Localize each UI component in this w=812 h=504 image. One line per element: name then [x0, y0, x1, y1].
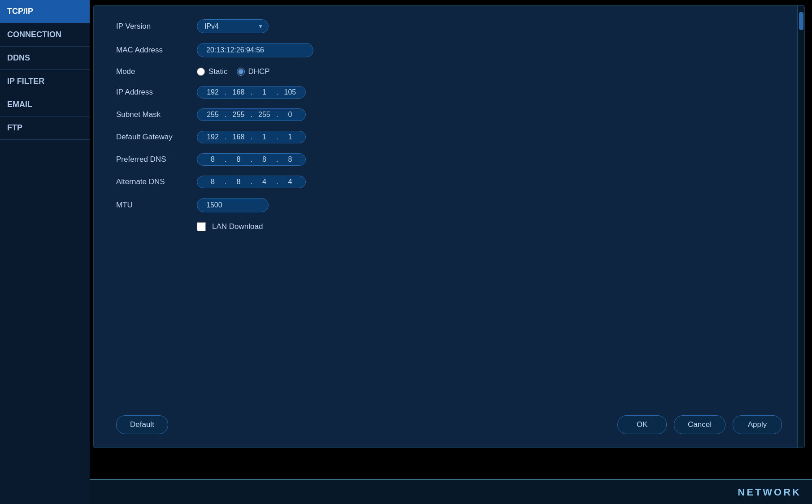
- subnet-mask-label: Subnet Mask: [116, 110, 197, 119]
- adns-dot-3: .: [276, 178, 278, 186]
- mode-dhcp-group[interactable]: DHCP: [237, 67, 270, 76]
- mtu-input[interactable]: [197, 198, 269, 212]
- alternate-dns-c[interactable]: [254, 178, 274, 186]
- sidebar: TCP/IP CONNECTION DDNS IP FILTER EMAIL F…: [0, 0, 90, 504]
- default-gateway-d[interactable]: [280, 133, 300, 141]
- default-gateway-c[interactable]: [254, 133, 274, 141]
- mac-address-row: MAC Address: [116, 43, 782, 57]
- scrollbar[interactable]: [797, 6, 804, 448]
- lan-download-row: LAN Download: [116, 222, 782, 231]
- ok-button[interactable]: OK: [617, 415, 667, 434]
- ip-version-row: IP Version IPv4 IPv6: [116, 19, 782, 33]
- mode-label: Mode: [116, 67, 197, 76]
- adns-dot-2: .: [250, 178, 252, 186]
- subnet-mask-d[interactable]: [280, 111, 300, 119]
- ip-address-a[interactable]: [203, 88, 223, 96]
- alternate-dns-field: . . .: [197, 176, 306, 188]
- ip-address-field: . . .: [197, 86, 306, 99]
- mode-dhcp-label: DHCP: [248, 67, 270, 76]
- ip-version-select-wrapper: IPv4 IPv6: [197, 19, 269, 33]
- alternate-dns-label: Alternate DNS: [116, 177, 197, 186]
- preferred-dns-label: Preferred DNS: [116, 155, 197, 164]
- action-buttons: OK Cancel Apply: [617, 415, 782, 434]
- mode-static-radio[interactable]: [197, 68, 205, 76]
- default-gateway-field: . . .: [197, 131, 306, 143]
- subnet-mask-b[interactable]: [228, 111, 248, 119]
- button-row: Default OK Cancel Apply: [94, 415, 804, 434]
- ip-address-label: IP Address: [116, 88, 197, 97]
- dialog-body: IP Version IPv4 IPv6 MAC Address Mode: [94, 6, 804, 448]
- ip-address-b[interactable]: [228, 88, 248, 96]
- gw-dot-1: .: [225, 133, 226, 141]
- default-button[interactable]: Default: [116, 415, 168, 434]
- ip-dot-2: .: [250, 88, 252, 96]
- lan-download-checkbox[interactable]: [197, 222, 206, 231]
- subnet-dot-2: .: [250, 111, 252, 119]
- status-bar: NETWORK: [90, 479, 812, 504]
- alternate-dns-row: Alternate DNS . . .: [116, 176, 782, 188]
- ip-address-d[interactable]: [280, 88, 300, 96]
- default-gateway-a[interactable]: [203, 133, 223, 141]
- gw-dot-2: .: [250, 133, 252, 141]
- alternate-dns-d[interactable]: [280, 178, 300, 186]
- alternate-dns-b[interactable]: [228, 178, 248, 186]
- adns-dot-1: .: [225, 178, 226, 186]
- ip-address-row: IP Address . . .: [116, 86, 782, 99]
- mac-address-input[interactable]: [197, 43, 313, 57]
- mode-static-group[interactable]: Static: [197, 67, 228, 76]
- preferred-dns-d[interactable]: [280, 155, 300, 164]
- gw-dot-3: .: [276, 133, 278, 141]
- pdns-dot-1: .: [225, 155, 226, 164]
- mac-address-label: MAC Address: [116, 46, 197, 55]
- preferred-dns-field: . . .: [197, 153, 306, 166]
- subnet-mask-c[interactable]: [254, 111, 274, 119]
- ip-version-select[interactable]: IPv4 IPv6: [197, 19, 269, 33]
- apply-button[interactable]: Apply: [733, 415, 782, 434]
- mtu-label: MTU: [116, 201, 197, 210]
- default-gateway-label: Default Gateway: [116, 133, 197, 142]
- lan-download-group: LAN Download: [197, 222, 263, 231]
- mtu-row: MTU: [116, 198, 782, 212]
- subnet-dot-1: .: [225, 111, 226, 119]
- sidebar-item-connection[interactable]: CONNECTION: [0, 23, 90, 47]
- preferred-dns-a[interactable]: [203, 155, 223, 164]
- sidebar-item-ddns[interactable]: DDNS: [0, 47, 90, 70]
- preferred-dns-b[interactable]: [228, 155, 248, 164]
- scroll-thumb[interactable]: [799, 12, 803, 30]
- sidebar-item-email[interactable]: EMAIL: [0, 93, 90, 116]
- status-title: NETWORK: [738, 487, 801, 498]
- lan-download-label: LAN Download: [212, 222, 263, 231]
- ip-address-c[interactable]: [254, 88, 274, 96]
- default-gateway-b[interactable]: [228, 133, 248, 141]
- subnet-mask-row: Subnet Mask . . .: [116, 108, 782, 121]
- alternate-dns-a[interactable]: [203, 178, 223, 186]
- subnet-mask-a[interactable]: [203, 111, 223, 119]
- preferred-dns-row: Preferred DNS . . .: [116, 153, 782, 166]
- ip-dot-3: .: [276, 88, 278, 96]
- subnet-dot-3: .: [276, 111, 278, 119]
- mode-row: Mode Static DHCP: [116, 67, 782, 76]
- ip-version-label: IP Version: [116, 22, 197, 31]
- sidebar-item-tcpip[interactable]: TCP/IP: [0, 0, 90, 23]
- ip-dot-1: .: [225, 88, 226, 96]
- sidebar-item-ftp[interactable]: FTP: [0, 116, 90, 140]
- mode-static-label: Static: [208, 67, 228, 76]
- dialog-panel: IP Version IPv4 IPv6 MAC Address Mode: [93, 5, 805, 448]
- content-area: IP Version IPv4 IPv6 MAC Address Mode: [90, 0, 812, 504]
- default-gateway-row: Default Gateway . . .: [116, 131, 782, 143]
- mode-container: Static DHCP: [197, 67, 288, 76]
- pdns-dot-2: .: [250, 155, 252, 164]
- subnet-mask-field: . . .: [197, 108, 306, 121]
- mode-dhcp-radio[interactable]: [237, 68, 245, 76]
- cancel-button[interactable]: Cancel: [674, 415, 725, 434]
- preferred-dns-c[interactable]: [254, 155, 274, 164]
- pdns-dot-3: .: [276, 155, 278, 164]
- sidebar-item-ipfilter[interactable]: IP FILTER: [0, 70, 90, 93]
